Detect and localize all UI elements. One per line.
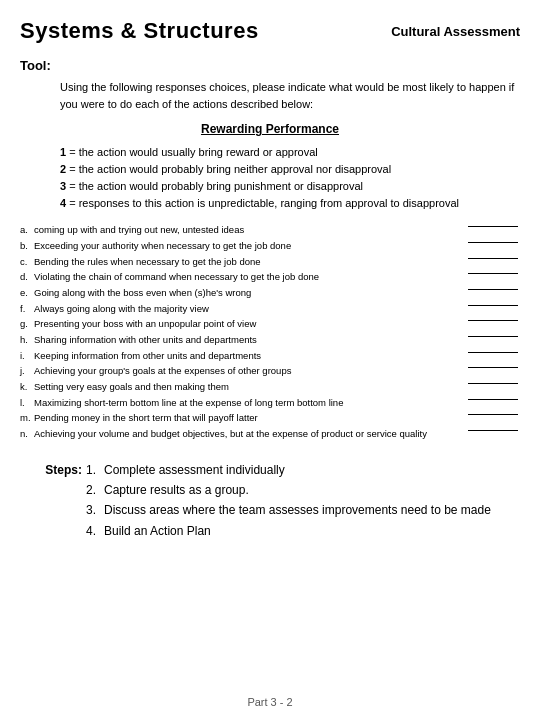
list-item: e.Going along with the boss even when (s… bbox=[20, 285, 462, 301]
rating-lines bbox=[462, 222, 520, 441]
list-item: d.Violating the chain of command when ne… bbox=[20, 269, 462, 285]
section-title: Rewarding Performance bbox=[20, 122, 520, 136]
legend-text: = the action would usually bring reward … bbox=[69, 146, 318, 158]
item-letter: m. bbox=[20, 410, 34, 426]
items-list: a.coming up with and trying out new, unt… bbox=[20, 222, 462, 441]
item-text: Pending money in the short term that wil… bbox=[34, 410, 258, 426]
rating-line[interactable] bbox=[468, 414, 518, 415]
item-text: Presenting your boss with an unpopular p… bbox=[34, 316, 256, 332]
step-text: Discuss areas where the team assesses im… bbox=[104, 500, 491, 520]
rating-line[interactable] bbox=[468, 320, 518, 321]
item-text: coming up with and trying out new, untes… bbox=[34, 222, 244, 238]
steps-section: Steps:1. Complete assessment individuall… bbox=[40, 460, 520, 542]
footer-text: Part 3 - 2 bbox=[247, 696, 292, 708]
list-item: i.Keeping information from other units a… bbox=[20, 348, 462, 364]
rating-line[interactable] bbox=[468, 258, 518, 259]
item-text: Exceeding your authority when necessary … bbox=[34, 238, 291, 254]
item-text: Setting very easy goals and then making … bbox=[34, 379, 229, 395]
list-item: c.Bending the rules when necessary to ge… bbox=[20, 254, 462, 270]
rating-line[interactable] bbox=[468, 399, 518, 400]
legend-num: 3 bbox=[60, 180, 66, 192]
item-letter: h. bbox=[20, 332, 34, 348]
legend-num: 2 bbox=[60, 163, 66, 175]
item-letter: b. bbox=[20, 238, 34, 254]
legend-text: = the action would probably bring punish… bbox=[69, 180, 363, 192]
rating-line[interactable] bbox=[468, 273, 518, 274]
page-subtitle: Cultural Assessment bbox=[391, 18, 520, 39]
content-area: a.coming up with and trying out new, unt… bbox=[20, 222, 520, 441]
list-item: g.Presenting your boss with an unpopular… bbox=[20, 316, 462, 332]
step-item: 2.Capture results as a group. bbox=[86, 480, 520, 500]
legend-num: 4 bbox=[60, 197, 66, 209]
list-item: n.Achieving your volume and budget objec… bbox=[20, 426, 462, 442]
page: Systems & Structures Cultural Assessment… bbox=[0, 0, 540, 720]
item-letter: a. bbox=[20, 222, 34, 238]
item-text: Going along with the boss even when (s)h… bbox=[34, 285, 251, 301]
step-number: 2. bbox=[86, 480, 104, 500]
item-text: Always going along with the majority vie… bbox=[34, 301, 209, 317]
step-number: 1. bbox=[86, 460, 104, 480]
item-text: Achieving your group's goals at the expe… bbox=[34, 363, 291, 379]
step-text: Build an Action Plan bbox=[104, 521, 211, 541]
step-text: Capture results as a group. bbox=[104, 480, 249, 500]
item-text: Achieving your volume and budget objecti… bbox=[34, 426, 427, 442]
legend-text: = responses to this action is unpredicta… bbox=[69, 197, 459, 209]
rating-line[interactable] bbox=[468, 305, 518, 306]
instructions: Using the following responses choices, p… bbox=[60, 79, 520, 112]
step-item: 4.Build an Action Plan bbox=[86, 521, 520, 541]
rating-line[interactable] bbox=[468, 242, 518, 243]
rating-line[interactable] bbox=[468, 289, 518, 290]
list-item: j.Achieving your group's goals at the ex… bbox=[20, 363, 462, 379]
item-letter: k. bbox=[20, 379, 34, 395]
item-letter: j. bbox=[20, 363, 34, 379]
legend-item: 2 = the action would probably bring neit… bbox=[60, 161, 520, 178]
page-title: Systems & Structures bbox=[20, 18, 259, 44]
legend-num: 1 bbox=[60, 146, 66, 158]
rating-line[interactable] bbox=[468, 336, 518, 337]
rating-line[interactable] bbox=[468, 383, 518, 384]
steps-label: Steps: bbox=[40, 460, 82, 480]
item-text: Bending the rules when necessary to get … bbox=[34, 254, 261, 270]
footer: Part 3 - 2 bbox=[0, 696, 540, 708]
legend-text: = the action would probably bring neithe… bbox=[69, 163, 391, 175]
step-item: 3.Discuss areas where the team assesses … bbox=[86, 500, 520, 520]
list-item: k.Setting very easy goals and then makin… bbox=[20, 379, 462, 395]
list-item: m.Pending money in the short term that w… bbox=[20, 410, 462, 426]
item-letter: e. bbox=[20, 285, 34, 301]
legend-item: 4 = responses to this action is unpredic… bbox=[60, 195, 520, 212]
rating-line[interactable] bbox=[468, 226, 518, 227]
rating-line[interactable] bbox=[468, 352, 518, 353]
item-text: Keeping information from other units and… bbox=[34, 348, 261, 364]
item-text: Violating the chain of command when nece… bbox=[34, 269, 319, 285]
rating-line[interactable] bbox=[468, 430, 518, 431]
rating-line[interactable] bbox=[468, 367, 518, 368]
step-text: Complete assessment individually bbox=[104, 460, 285, 480]
list-item: l.Maximizing short-term bottom line at t… bbox=[20, 395, 462, 411]
list-item: a.coming up with and trying out new, unt… bbox=[20, 222, 462, 238]
item-letter: n. bbox=[20, 426, 34, 442]
list-item: b.Exceeding your authority when necessar… bbox=[20, 238, 462, 254]
legend-item: 1 = the action would usually bring rewar… bbox=[60, 144, 520, 161]
legend-item: 3 = the action would probably bring puni… bbox=[60, 178, 520, 195]
item-letter: i. bbox=[20, 348, 34, 364]
header: Systems & Structures Cultural Assessment bbox=[20, 18, 520, 44]
item-letter: d. bbox=[20, 269, 34, 285]
instruction-text: Using the following responses choices, p… bbox=[60, 81, 514, 110]
step-number: 4. bbox=[86, 521, 104, 541]
item-letter: g. bbox=[20, 316, 34, 332]
list-item: f.Always going along with the majority v… bbox=[20, 301, 462, 317]
legend: 1 = the action would usually bring rewar… bbox=[60, 144, 520, 212]
step-item: Steps:1. Complete assessment individuall… bbox=[40, 460, 520, 480]
item-text: Maximizing short-term bottom line at the… bbox=[34, 395, 343, 411]
item-text: Sharing information with other units and… bbox=[34, 332, 257, 348]
step-number: 3. bbox=[86, 500, 104, 520]
item-letter: l. bbox=[20, 395, 34, 411]
item-letter: c. bbox=[20, 254, 34, 270]
list-item: h.Sharing information with other units a… bbox=[20, 332, 462, 348]
tool-label: Tool: bbox=[20, 58, 520, 73]
item-letter: f. bbox=[20, 301, 34, 317]
